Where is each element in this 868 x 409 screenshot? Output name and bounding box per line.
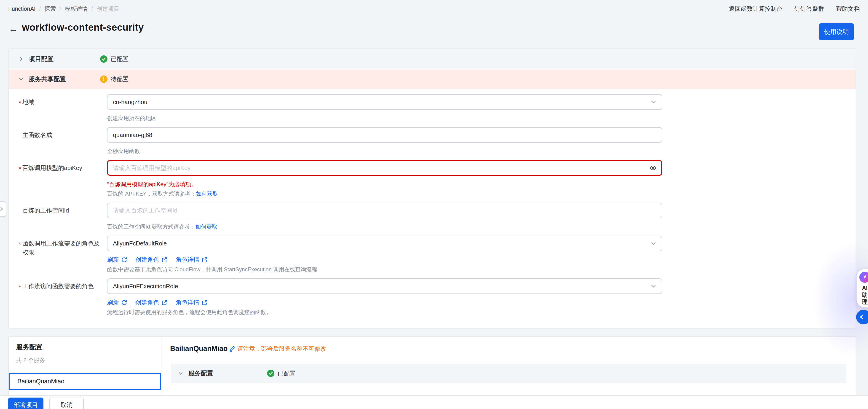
chevron-down-icon: [19, 77, 23, 82]
external-link-icon: [202, 257, 208, 263]
fnf-role-select[interactable]: AliyunFnFExecutionRole: [107, 279, 662, 294]
breadcrumb-template-detail[interactable]: 模板详情: [65, 5, 88, 12]
left-panel-expand-handle[interactable]: [0, 201, 6, 217]
chevron-right-icon: [0, 207, 4, 212]
refresh-link[interactable]: 刷新: [107, 298, 127, 306]
cancel-button[interactable]: 取消: [50, 398, 84, 409]
field-main-function: 主函数名成 全秒应用函数: [9, 127, 856, 155]
topbar-links: 返回函数计算控制台 钉钉答疑群 帮助文档: [729, 5, 860, 13]
page-title: workflow-content-security: [22, 22, 144, 33]
api-key-label: 百炼调用模型的apiKey: [9, 160, 107, 173]
services-panel-title: 服务配置: [16, 343, 161, 352]
refresh-link[interactable]: 刷新: [107, 256, 127, 264]
deploy-project-button[interactable]: 部署项目: [8, 398, 43, 409]
fc-role-select[interactable]: AliyunFcDefaultRole: [107, 236, 662, 251]
edit-icon[interactable]: [229, 345, 235, 352]
refresh-label: 刷新: [107, 256, 119, 264]
chevron-right-icon: [19, 57, 23, 61]
main-function-label: 主函数名成: [9, 127, 107, 140]
section-label: 服务共享配置: [29, 75, 66, 83]
region-help: 创建应用所在的地区: [107, 114, 662, 122]
fc-role-help: 函数中需要基于此角色访问 CloudFlow，并调用 StartSyncExec…: [107, 266, 662, 273]
footer-action-bar: 部署项目 取消: [0, 395, 868, 409]
workspace-id-input[interactable]: [107, 203, 662, 218]
services-count: 共 2 个服务: [16, 356, 161, 364]
create-role-link[interactable]: 创建角色: [135, 256, 167, 264]
external-link-icon: [202, 300, 208, 305]
fnf-role-label: 工作流访问函数需要的角色: [9, 279, 107, 291]
select-arrow-icon: [651, 99, 656, 105]
service-name: BailianQuanMiao: [170, 345, 227, 353]
status-badge: 已配置: [278, 370, 296, 377]
refresh-icon: [121, 257, 127, 263]
api-key-input[interactable]: [107, 160, 662, 176]
shared-config-form: 地域 cn-hangzhou 创建应用所在的地区 主函数名成 全秒应用函数: [9, 89, 856, 316]
back-arrow-icon[interactable]: ←: [7, 23, 19, 35]
region-label: 地域: [9, 94, 107, 107]
chevron-down-icon: [178, 371, 183, 376]
breadcrumb-explore[interactable]: 探索: [44, 5, 56, 12]
field-region: 地域 cn-hangzhou 创建应用所在的地区: [9, 94, 856, 122]
external-link-icon: [161, 257, 167, 263]
how-to-get-link[interactable]: 如何获取: [195, 224, 217, 230]
role-detail-label: 角色详情: [176, 256, 199, 264]
api-key-help: 百炼的 API-KEY，获取方式请参考：如何获取: [107, 190, 662, 198]
fc-role-label: 函数调用工作流需要的角色及权限: [9, 236, 107, 257]
project-config-card: 项目配置 已配置 服务共享配置 ! 待配置 地域: [8, 49, 856, 328]
role-detail-link[interactable]: 角色详情: [176, 256, 208, 264]
deploy-name-notice: 请注意：部署后服务名称不可修改: [237, 345, 326, 353]
main-function-input[interactable]: [107, 127, 662, 143]
section-label: 项目配置: [29, 55, 54, 63]
eye-icon[interactable]: [649, 164, 657, 173]
create-role-label: 创建角色: [135, 256, 159, 264]
page: FunctionAI / 探索 / 模板详情 / 创建项目 返回函数计算控制台 …: [0, 0, 868, 409]
api-key-error: “百炼调用模型的apiKey”为必填项。: [107, 180, 662, 188]
check-circle-icon: [100, 55, 107, 63]
warning-circle-icon: !: [100, 76, 107, 83]
create-role-label: 创建角色: [135, 298, 159, 306]
status-badge: 已配置: [111, 55, 128, 63]
section-status: ! 待配置: [100, 75, 128, 83]
chevron-left-icon: [859, 314, 864, 320]
region-select[interactable]: cn-hangzhou: [107, 94, 662, 110]
section-status: 已配置: [100, 55, 128, 63]
section-status: 已配置: [267, 370, 296, 377]
usage-guide-button[interactable]: 使用说明: [819, 23, 854, 40]
workspace-id-label: 百炼的工作空间Id: [9, 203, 107, 215]
ai-assistant-label: AI助理: [861, 285, 868, 305]
api-key-help-text: 百炼的 API-KEY，获取方式请参考：: [107, 191, 196, 197]
page-header: ← workflow-content-security 使用说明: [0, 18, 868, 41]
ai-assistant-widget[interactable]: AI助理: [857, 269, 868, 308]
external-link-icon: [161, 300, 167, 305]
create-role-link[interactable]: 创建角色: [135, 298, 167, 306]
main-function-help: 全秒应用函数: [107, 147, 662, 155]
region-value: cn-hangzhou: [113, 98, 651, 106]
refresh-label: 刷新: [107, 298, 119, 306]
breadcrumb-functionai[interactable]: FunctionAI: [8, 5, 36, 12]
refresh-icon: [121, 300, 127, 305]
link-help-docs[interactable]: 帮助文档: [836, 5, 860, 13]
fc-role-value: AliyunFcDefaultRole: [113, 240, 651, 247]
role-detail-link[interactable]: 角色详情: [176, 298, 208, 306]
breadcrumb-separator: /: [91, 5, 93, 12]
fnf-role-value: AliyunFnFExecutionRole: [113, 283, 651, 290]
status-badge: 待配置: [111, 75, 128, 83]
ai-sparkle-icon: [859, 272, 868, 283]
section-project-config[interactable]: 项目配置 已配置: [9, 50, 856, 69]
link-dingtalk-group[interactable]: 钉钉答疑群: [794, 5, 824, 13]
field-fnf-role: 工作流访问函数需要的角色 AliyunFnFExecutionRole 刷新: [9, 279, 856, 316]
select-arrow-icon: [651, 284, 656, 289]
workspace-id-help-text: 百炼的工作空间Id,获取方式请参考：: [107, 224, 195, 230]
breadcrumb-separator: /: [59, 5, 61, 12]
link-back-to-fc-console[interactable]: 返回函数计算控制台: [729, 5, 782, 13]
section-shared-config[interactable]: 服务共享配置 ! 待配置: [9, 69, 856, 89]
breadcrumb-create-project: 创建项目: [96, 5, 119, 12]
service-item-bailianquanmiao[interactable]: BailianQuanMiao: [9, 373, 161, 390]
how-to-get-link[interactable]: 如何获取: [196, 191, 218, 197]
section-label: 服务配置: [188, 369, 213, 377]
fnf-role-actions: 刷新 创建角色 角色详情: [107, 298, 662, 306]
select-arrow-icon: [651, 241, 656, 246]
breadcrumb: FunctionAI / 探索 / 模板详情 / 创建项目: [8, 5, 119, 12]
service-detail-header: BailianQuanMiao 请注意：部署后服务名称不可修改: [170, 345, 326, 353]
section-service-config[interactable]: 服务配置 已配置: [171, 364, 846, 383]
